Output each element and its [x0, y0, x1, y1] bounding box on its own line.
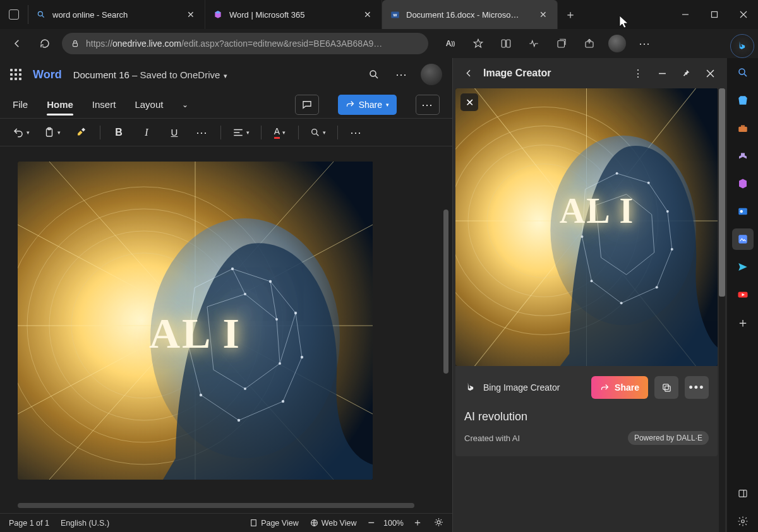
- word-brand[interactable]: Word: [33, 68, 62, 81]
- svg-point-92: [741, 520, 744, 523]
- tab-layout[interactable]: Layout: [135, 94, 163, 115]
- font-color-button[interactable]: A▾: [270, 123, 289, 142]
- horizontal-scrollbar[interactable]: [18, 503, 414, 508]
- tab-insert[interactable]: Insert: [92, 94, 116, 115]
- read-aloud-button[interactable]: A)): [438, 33, 462, 54]
- close-window-button[interactable]: [729, 0, 758, 29]
- app-launcher-icon[interactable]: [10, 69, 21, 80]
- minimize-button[interactable]: [671, 0, 700, 29]
- inserted-image[interactable]: AL I: [18, 162, 373, 480]
- svg-rect-10: [507, 40, 510, 47]
- tab-actions-icon[interactable]: [9, 9, 19, 20]
- find-button[interactable]: ▾: [308, 123, 328, 142]
- send-sidebar-icon[interactable]: [732, 256, 754, 278]
- zoom-in-button[interactable]: ＋: [412, 516, 423, 529]
- maximize-button[interactable]: [700, 0, 729, 29]
- back-button[interactable]: [460, 65, 477, 81]
- ribbon-overflow-button[interactable]: ⋯: [416, 95, 440, 115]
- close-panel-button[interactable]: [701, 64, 719, 82]
- new-tab-button[interactable]: ＋: [558, 0, 583, 29]
- account-avatar[interactable]: [421, 64, 442, 85]
- tab-m365[interactable]: Word | Microsoft 365 ✕: [205, 0, 382, 29]
- search-sidebar-icon[interactable]: [732, 62, 754, 83]
- tab-word-doc[interactable]: W Document 16.docx - Microsoft W ✕: [382, 0, 558, 29]
- add-sidebar-icon[interactable]: ＋: [732, 312, 754, 333]
- share-button[interactable]: Share ▾: [338, 95, 397, 115]
- share-page-button[interactable]: [577, 33, 601, 54]
- italic-button[interactable]: I: [137, 123, 156, 142]
- ribbon-more-button[interactable]: ⋯: [347, 123, 366, 142]
- back-button[interactable]: [6, 33, 28, 54]
- more-button[interactable]: ⋯: [633, 33, 657, 54]
- image-text-overlay: AL I: [560, 191, 635, 231]
- svg-point-78: [620, 302, 623, 304]
- tab-more-chevron[interactable]: ⌄: [182, 95, 188, 114]
- zoom-out-button[interactable]: −: [368, 516, 375, 529]
- bold-button[interactable]: B: [109, 123, 128, 142]
- copy-image-button[interactable]: [654, 376, 678, 399]
- settings-sidebar-icon[interactable]: [732, 511, 754, 532]
- outlook-sidebar-icon[interactable]: [732, 201, 754, 222]
- separator: [220, 126, 221, 139]
- document-title[interactable]: Document 16 – Saved to OneDrive ▾: [73, 69, 228, 80]
- search-button[interactable]: [365, 66, 383, 83]
- games-sidebar-icon[interactable]: [732, 145, 754, 167]
- ribbon-tabs: File Home Insert Layout ⌄ Share ▾ ⋯: [0, 91, 452, 119]
- undo-button[interactable]: ▾: [10, 123, 32, 142]
- split-screen-button[interactable]: [494, 33, 518, 54]
- web-view-button[interactable]: Web View: [310, 519, 357, 528]
- page-view-button[interactable]: Page View: [250, 519, 299, 528]
- shopping-sidebar-icon[interactable]: [732, 90, 754, 111]
- doc-name-text: Document 16: [73, 69, 129, 80]
- close-icon[interactable]: ✕: [184, 8, 197, 21]
- align-button[interactable]: ▾: [230, 123, 252, 142]
- minimize-panel-button[interactable]: [653, 64, 671, 82]
- generated-image[interactable]: ✕: [455, 88, 718, 366]
- sidebar-layout-icon[interactable]: [732, 483, 754, 504]
- image-creator-sidebar-icon[interactable]: [732, 228, 754, 250]
- panel-body: ✕: [453, 88, 726, 532]
- close-icon[interactable]: ✕: [361, 8, 374, 21]
- lock-icon: [71, 39, 80, 48]
- image-more-button[interactable]: •••: [685, 376, 709, 399]
- address-bar[interactable]: https://onedrive.live.com/edit.aspx?acti…: [62, 33, 428, 54]
- zoom-level[interactable]: 100%: [383, 519, 404, 528]
- document-canvas[interactable]: AL I: [0, 146, 452, 513]
- bing-sidebar-toggle[interactable]: [730, 34, 754, 58]
- word-icon: W: [390, 9, 400, 20]
- paste-button[interactable]: ▾: [41, 123, 63, 142]
- comments-button[interactable]: [295, 95, 319, 115]
- youtube-sidebar-icon[interactable]: [732, 284, 754, 305]
- language[interactable]: English (U.S.): [61, 519, 109, 528]
- svg-point-40: [301, 356, 303, 358]
- svg-point-87: [740, 210, 743, 213]
- svg-point-20: [312, 129, 317, 134]
- close-image-button[interactable]: ✕: [460, 93, 478, 111]
- performance-button[interactable]: [522, 33, 546, 54]
- image-creator-panel: Image Creator ⋮ ✕: [452, 58, 726, 532]
- brightness-button[interactable]: [434, 517, 443, 529]
- tab-search[interactable]: word online - Search ✕: [28, 0, 205, 29]
- underline-button[interactable]: U: [165, 123, 184, 142]
- font-more-button[interactable]: ⋯: [193, 123, 212, 142]
- pin-panel-button[interactable]: [677, 64, 695, 82]
- favorite-button[interactable]: [466, 33, 490, 54]
- page-count[interactable]: Page 1 of 1: [9, 519, 49, 528]
- svg-rect-8: [73, 43, 78, 46]
- collections-button[interactable]: [550, 33, 574, 54]
- profile-button[interactable]: [605, 33, 629, 54]
- panel-scroll-thumb[interactable]: [719, 88, 725, 297]
- svg-point-83: [739, 69, 745, 74]
- tab-file[interactable]: File: [13, 94, 28, 115]
- more-header-button[interactable]: ⋯: [393, 66, 411, 83]
- tab-home[interactable]: Home: [47, 94, 73, 115]
- creator-brand-label: Bing Image Creator: [483, 382, 560, 393]
- format-painter-button[interactable]: [72, 123, 91, 142]
- panel-more-button[interactable]: ⋮: [629, 64, 647, 82]
- m365-sidebar-icon[interactable]: [732, 173, 754, 194]
- tools-sidebar-icon[interactable]: [732, 117, 754, 139]
- close-icon[interactable]: ✕: [537, 8, 550, 21]
- share-image-button[interactable]: Share: [591, 376, 648, 399]
- vertical-scrollbar[interactable]: [443, 210, 448, 374]
- refresh-button[interactable]: [34, 33, 56, 54]
